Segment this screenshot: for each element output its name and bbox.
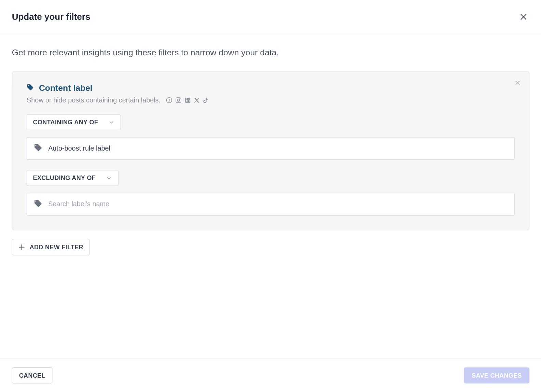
linkedin-icon [184,97,191,104]
close-icon [515,80,521,86]
filter-card-title: Content label [39,83,93,93]
plus-icon [18,243,25,251]
tag-icon [34,143,42,154]
svg-rect-9 [186,100,187,102]
modal-footer: CANCEL SAVE CHANGES [0,359,541,392]
svg-point-10 [186,98,187,99]
social-icons-row [166,97,209,104]
cancel-button[interactable]: CANCEL [12,367,53,383]
tag-icon [27,84,34,93]
tag-icon [34,199,42,209]
chevron-down-icon [106,175,112,181]
filter-card-content-label: Content label Show or hide posts contain… [12,71,529,230]
x-icon [194,97,200,103]
containing-dropdown[interactable]: CONTAINING ANY OF [27,114,121,130]
dropdown-label: CONTAINING ANY OF [33,119,98,126]
tiktok-icon [203,97,209,103]
containing-label-input[interactable] [48,144,508,152]
excluding-dropdown[interactable]: EXCLUDING ANY OF [27,170,119,186]
modal-title: Update your filters [12,12,91,22]
svg-point-7 [180,98,180,99]
close-button[interactable] [517,11,529,23]
excluding-input-row[interactable] [27,193,515,216]
filter-card-description: Show or hide posts containing certain la… [27,96,161,104]
remove-filter-button[interactable] [513,78,522,89]
close-icon [519,13,528,21]
add-filter-label: ADD NEW FILTER [30,244,83,251]
save-changes-button[interactable]: SAVE CHANGES [464,367,529,383]
dropdown-label: EXCLUDING ANY OF [33,174,96,181]
modal-header: Update your filters [0,0,541,34]
facebook-icon [166,97,172,104]
svg-point-6 [177,99,180,101]
add-new-filter-button[interactable]: ADD NEW FILTER [12,239,90,255]
modal-body: Get more relevant insights using these f… [0,34,541,359]
chevron-down-icon [108,119,115,126]
containing-input-row[interactable] [27,137,515,160]
excluding-label-input[interactable] [48,200,508,208]
instagram-icon [175,97,182,104]
modal-subtitle: Get more relevant insights using these f… [12,48,529,57]
